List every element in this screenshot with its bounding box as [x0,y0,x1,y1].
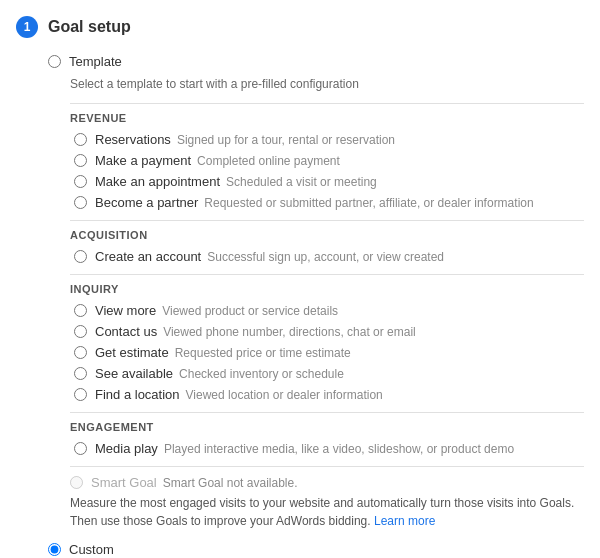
goal-row-inquiry-4[interactable]: Find a locationViewed location or dealer… [70,387,584,402]
smart-goal-radio[interactable] [70,476,83,489]
goal-name-revenue-1[interactable]: Make a payment [95,153,191,168]
section-header-inquiry: INQUIRY [70,283,584,295]
smart-goal-unavailable: Smart Goal not available. [163,476,298,490]
goal-radio-engagement-0[interactable] [74,442,87,455]
goal-radio-revenue-0[interactable] [74,133,87,146]
template-radio[interactable] [48,55,61,68]
learn-more-link[interactable]: Learn more [374,514,435,528]
goal-name-revenue-0[interactable]: Reservations [95,132,171,147]
template-row[interactable]: Template [48,54,584,69]
goal-desc-revenue-0: Signed up for a tour, rental or reservat… [177,133,395,147]
goal-name-inquiry-3[interactable]: See available [95,366,173,381]
step-number: 1 [16,16,38,38]
page-title: Goal setup [48,18,131,36]
goal-row-revenue-1[interactable]: Make a paymentCompleted online payment [70,153,584,168]
goal-radio-revenue-1[interactable] [74,154,87,167]
goal-radio-inquiry-1[interactable] [74,325,87,338]
goal-name-inquiry-0[interactable]: View more [95,303,156,318]
template-description: Select a template to start with a pre-fi… [70,77,584,91]
smart-goal-label: Smart Goal [91,475,157,490]
goal-name-inquiry-4[interactable]: Find a location [95,387,180,402]
goal-row-revenue-3[interactable]: Become a partnerRequested or submitted p… [70,195,584,210]
goal-name-revenue-2[interactable]: Make an appointment [95,174,220,189]
section-header-revenue: REVENUE [70,112,584,124]
goal-row-inquiry-3[interactable]: See availableChecked inventory or schedu… [70,366,584,381]
goal-desc-revenue-2: Scheduled a visit or meeting [226,175,377,189]
goal-row-inquiry-2[interactable]: Get estimateRequested price or time esti… [70,345,584,360]
goal-row-inquiry-1[interactable]: Contact usViewed phone number, direction… [70,324,584,339]
section-engagement: ENGAGEMENTMedia playPlayed interactive m… [70,412,584,456]
goal-name-acquisition-0[interactable]: Create an account [95,249,201,264]
goal-row-revenue-2[interactable]: Make an appointmentScheduled a visit or … [70,174,584,189]
goal-desc-inquiry-0: Viewed product or service details [162,304,338,318]
goal-name-revenue-3[interactable]: Become a partner [95,195,198,210]
section-header-acquisition: ACQUISITION [70,229,584,241]
section-header-engagement: ENGAGEMENT [70,421,584,433]
goal-name-inquiry-1[interactable]: Contact us [95,324,157,339]
smart-goal-row[interactable]: Smart Goal Smart Goal not available. [70,475,584,490]
goal-radio-acquisition-0[interactable] [74,250,87,263]
page-container: 1 Goal setup Template Select a template … [0,16,600,557]
template-label[interactable]: Template [69,54,122,69]
goal-row-engagement-0[interactable]: Media playPlayed interactive media, like… [70,441,584,456]
goal-row-revenue-0[interactable]: ReservationsSigned up for a tour, rental… [70,132,584,147]
goal-desc-revenue-1: Completed online payment [197,154,340,168]
custom-row[interactable]: Custom [48,542,584,557]
sections-container: REVENUEReservationsSigned up for a tour,… [16,103,584,456]
section-acquisition: ACQUISITIONCreate an accountSuccessful s… [70,220,584,264]
custom-radio[interactable] [48,543,61,556]
goal-radio-inquiry-4[interactable] [74,388,87,401]
smart-goal-note: Measure the most engaged visits to your … [70,494,584,530]
goal-desc-inquiry-3: Checked inventory or schedule [179,367,344,381]
goal-desc-acquisition-0: Successful sign up, account, or view cre… [207,250,444,264]
goal-radio-revenue-3[interactable] [74,196,87,209]
goal-row-acquisition-0[interactable]: Create an accountSuccessful sign up, acc… [70,249,584,264]
goal-radio-inquiry-0[interactable] [74,304,87,317]
goal-desc-inquiry-4: Viewed location or dealer information [186,388,383,402]
goal-desc-engagement-0: Played interactive media, like a video, … [164,442,514,456]
smart-goal-section: Smart Goal Smart Goal not available. Mea… [70,466,584,530]
goal-desc-inquiry-2: Requested price or time estimate [175,346,351,360]
goal-name-engagement-0[interactable]: Media play [95,441,158,456]
custom-label[interactable]: Custom [69,542,114,557]
goal-name-inquiry-2[interactable]: Get estimate [95,345,169,360]
goal-radio-inquiry-3[interactable] [74,367,87,380]
goal-radio-inquiry-2[interactable] [74,346,87,359]
goal-radio-revenue-2[interactable] [74,175,87,188]
goal-desc-inquiry-1: Viewed phone number, directions, chat or… [163,325,416,339]
section-inquiry: INQUIRYView moreViewed product or servic… [70,274,584,402]
section-revenue: REVENUEReservationsSigned up for a tour,… [70,103,584,210]
goal-desc-revenue-3: Requested or submitted partner, affiliat… [204,196,533,210]
step-header: 1 Goal setup [16,16,584,38]
goal-row-inquiry-0[interactable]: View moreViewed product or service detai… [70,303,584,318]
